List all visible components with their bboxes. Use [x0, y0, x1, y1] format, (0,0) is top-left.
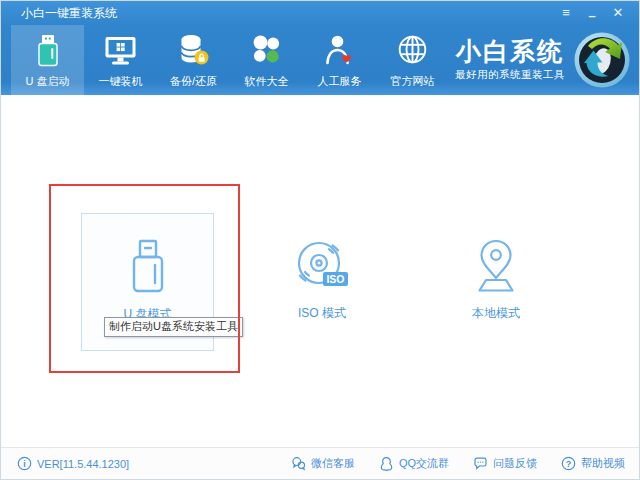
refresh-sphere-logo-icon: [573, 31, 631, 89]
nav-label: 官方网站: [391, 74, 435, 89]
status-link-label: 微信客服: [311, 456, 355, 471]
menu-button[interactable]: ≡: [555, 3, 577, 23]
status-link-label: 帮助视频: [581, 456, 625, 471]
nav-item-one-key-install[interactable]: 一键装机: [84, 25, 157, 95]
usb-drive-icon: [29, 32, 66, 69]
svg-text:i: i: [23, 459, 26, 469]
nav-label: 一键装机: [99, 74, 143, 89]
nav-item-software-collection[interactable]: 软件大全: [230, 25, 303, 95]
nav-item-human-service[interactable]: 人工服务: [303, 25, 376, 95]
nav-label: U 盘启动: [26, 74, 70, 89]
status-bar: i VER[11.5.44.1230] 微信客服 QQ交流群: [1, 447, 639, 479]
minimize-button[interactable]: –: [581, 3, 603, 23]
window-title: 小白一键重装系统: [21, 5, 117, 22]
person-service-icon: [321, 32, 358, 69]
brand-name: 小白系统: [455, 38, 565, 64]
brand-tagline: 最好用的系统重装工具: [455, 68, 565, 82]
status-links: 微信客服 QQ交流群 问题反馈 ?: [291, 456, 625, 471]
help-video-icon: ?: [561, 456, 576, 471]
mode-label-iso: ISO 模式: [298, 305, 346, 322]
close-button[interactable]: ✕: [607, 3, 629, 23]
nav-item-usb-boot[interactable]: U 盘启动: [11, 25, 84, 95]
window-controls: ≡ – ✕: [555, 3, 629, 23]
help-video-link[interactable]: ? 帮助视频: [561, 456, 625, 471]
qq-group-link[interactable]: QQ交流群: [379, 456, 449, 471]
usb-mode-icon: [117, 233, 179, 297]
nav-label: 人工服务: [318, 74, 362, 89]
software-clover-icon: [248, 32, 285, 69]
iso-disc-icon: ISO: [292, 236, 352, 296]
main-toolbar: U 盘启动 一键装机: [1, 25, 639, 95]
feedback-link[interactable]: 问题反馈: [473, 456, 537, 471]
main-content: U 盘模式 制作启动U盘系统安装工具 ISO ISO 模式: [1, 95, 639, 449]
wechat-support-link[interactable]: 微信客服: [291, 456, 355, 471]
globe-website-icon: [394, 32, 431, 69]
feedback-icon: [473, 456, 488, 471]
title-bar: 小白一键重装系统 ≡ – ✕: [1, 1, 639, 25]
location-pin-icon: [466, 236, 526, 296]
nav-label: 软件大全: [245, 74, 289, 89]
svg-text:?: ?: [566, 459, 572, 469]
nav-item-backup-restore[interactable]: 备份/还原: [157, 25, 230, 95]
app-window: 小白一键重装系统 ≡ – ✕ U 盘启动: [0, 0, 640, 480]
status-link-label: QQ交流群: [399, 456, 449, 471]
version-text: VER[11.5.44.1230]: [37, 458, 129, 470]
mode-label-local: 本地模式: [472, 305, 520, 322]
brand-area: 小白系统 最好用的系统重装工具: [455, 25, 639, 95]
mode-card-iso[interactable]: ISO ISO 模式: [263, 236, 381, 322]
brand-text: 小白系统 最好用的系统重装工具: [455, 38, 565, 82]
status-link-label: 问题反馈: [493, 456, 537, 471]
version-info: i VER[11.5.44.1230]: [17, 456, 129, 471]
mode-card-local[interactable]: 本地模式: [437, 236, 555, 322]
svg-text:ISO: ISO: [326, 273, 344, 285]
info-icon: i: [17, 456, 32, 471]
qq-icon: [379, 456, 394, 471]
nav-label: 备份/还原: [170, 74, 217, 89]
usb-mode-tooltip: 制作启动U盘系统安装工具: [104, 317, 243, 337]
wechat-icon: [291, 456, 306, 471]
database-backup-icon: [175, 32, 212, 69]
monitor-install-icon: [102, 32, 139, 69]
nav-item-official-website[interactable]: 官方网站: [376, 25, 449, 95]
